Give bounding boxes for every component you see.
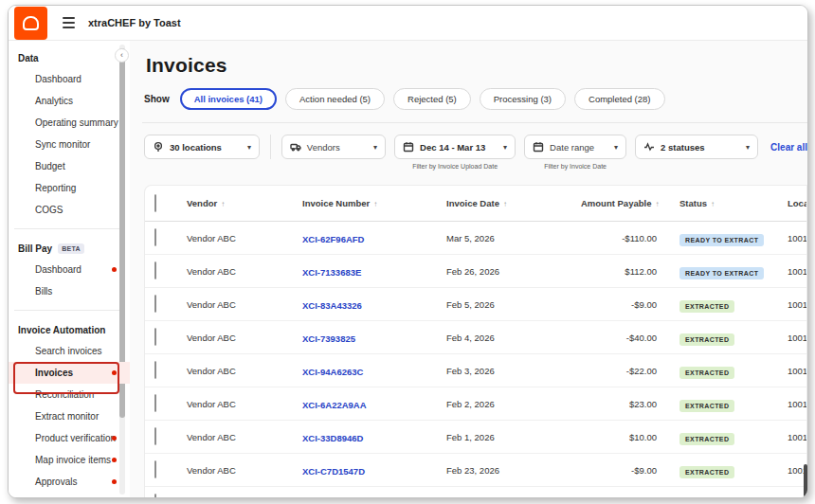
sidebar-item-operating-summary[interactable]: Operating summary — [9, 112, 130, 134]
invoice-date-cell: Feb 3, 2026 — [446, 366, 581, 376]
invoice-date-cell: Feb 1, 2026 — [446, 432, 581, 442]
table-row[interactable]: Vendor ABC XCI-C7D1547D Feb 23, 2026 -$9… — [145, 454, 806, 487]
header-label: Status — [679, 198, 707, 208]
tab-all-invoices[interactable]: All invoices (41) — [180, 88, 277, 110]
header-amount-payable[interactable]: Amount Payable↑ — [581, 198, 657, 208]
sidebar-item-sync-monitor[interactable]: Sync monitor — [9, 134, 130, 155]
header-invoice-date[interactable]: Invoice Date↑ — [446, 198, 581, 208]
main-content: Invoices Show All invoices (41) Action n… — [130, 41, 807, 498]
amount-payable-cell: -$40.00 — [581, 333, 657, 343]
row-checkbox[interactable] — [154, 394, 156, 412]
tab-action-needed[interactable]: Action needed (5) — [285, 88, 385, 110]
statuses-dropdown[interactable]: 2 statuses ▾ — [635, 135, 758, 159]
invoice-number-link[interactable]: XCI-62F96AFD — [302, 234, 364, 244]
chevron-down-icon: ▾ — [364, 143, 377, 152]
filter-row: 30 locations ▾ Vendors ▾ — [144, 135, 807, 170]
app-title: xtraCHEF by Toast — [88, 17, 181, 28]
sidebar-item-invoices[interactable]: Invoices — [9, 362, 130, 384]
table-row[interactable]: Vendor ABC XCI-94A6263C Feb 3, 2026 -$22… — [145, 354, 806, 387]
locations-value: 30 locations — [170, 142, 222, 153]
sort-asc-icon: ↑ — [221, 200, 225, 208]
vendor-cell: Vendor ABC — [187, 366, 302, 376]
row-checkbox[interactable] — [154, 361, 156, 379]
row-checkbox[interactable] — [154, 295, 156, 313]
chevron-down-icon: ▾ — [238, 143, 251, 152]
table-row[interactable]: Vendor ABC XCI-7133683E Feb 26, 2026 $11… — [145, 255, 806, 288]
tab-processing[interactable]: Processing (3) — [480, 88, 566, 110]
toast-logo-icon — [23, 16, 39, 30]
header-vendor[interactable]: Vendor↑ — [187, 198, 302, 208]
chevron-down-icon: ▾ — [494, 143, 507, 152]
sidebar-item-statements[interactable]: Statements — [9, 493, 130, 498]
invoice-number-link[interactable]: XCI-94A6263C — [302, 367, 363, 377]
row-checkbox[interactable] — [154, 494, 156, 498]
status-badge: EXTRACTED — [679, 367, 734, 379]
tab-rejected[interactable]: Rejected (5) — [393, 88, 471, 110]
table-row[interactable]: Vendor ABC XCI-373A41BE Feb 19, 2026 -$1… — [145, 487, 806, 498]
row-checkbox[interactable] — [154, 228, 156, 246]
table-row[interactable]: Vendor ABC XCI-33D8946D Feb 1, 2026 $10.… — [145, 421, 806, 454]
sidebar-collapse-button[interactable]: ‹ — [115, 48, 129, 63]
invoice-number-link[interactable]: XCI-7133683E — [302, 267, 361, 278]
vendors-value: Vendors — [307, 142, 340, 153]
header-status[interactable]: Status↑ — [657, 198, 788, 208]
sidebar-item-cogs[interactable]: COGS — [9, 199, 130, 221]
row-checkbox[interactable] — [154, 427, 156, 445]
table-row[interactable]: Vendor ABC XCI-6A22A9AA Feb 2, 2026 $23.… — [145, 387, 806, 421]
amount-payable-cell: $23.00 — [581, 399, 657, 409]
table-row[interactable]: Vendor ABC XCI-7393825 Feb 4, 2026 -$40.… — [145, 321, 806, 354]
invoice-number-link[interactable]: XCI-C7D1547D — [302, 466, 365, 477]
header-label: Invoice Date — [446, 198, 499, 208]
header-invoice-number[interactable]: Invoice Number↑ — [302, 198, 446, 208]
upload-date-value: Dec 14 - Mar 13 — [420, 142, 485, 153]
sidebar-item-analytics[interactable]: Analytics — [9, 90, 130, 112]
sidebar-item-label: Product verification — [35, 433, 116, 443]
table-scrollbar-thumb[interactable] — [804, 464, 807, 498]
hamburger-menu-icon[interactable] — [63, 17, 75, 28]
status-badge: EXTRACTED — [679, 300, 734, 313]
notification-dot-icon — [112, 267, 117, 272]
table-row[interactable]: Vendor ABC XCI-62F96AFD Mar 5, 2026 -$11… — [145, 222, 806, 255]
sidebar-item-budget[interactable]: Budget — [9, 155, 130, 177]
sidebar-item-bills[interactable]: Bills — [9, 280, 130, 302]
select-all-checkbox[interactable] — [154, 194, 156, 212]
toast-logo[interactable] — [14, 7, 47, 40]
sidebar-item-product-verification[interactable]: Product verification — [9, 427, 130, 449]
sort-asc-icon: ↑ — [503, 200, 507, 208]
row-checkbox[interactable] — [154, 261, 156, 279]
invoice-date-cell: Feb 19, 2026 — [446, 498, 581, 499]
invoice-date-cell: Feb 26, 2026 — [446, 266, 581, 277]
invoice-number-link[interactable]: XCI-33D8946D — [302, 433, 363, 443]
filter-separator — [270, 135, 271, 159]
sidebar-item-dashboard[interactable]: Dashboard — [9, 68, 130, 90]
invoice-date-dropdown[interactable]: Date range ▾ — [524, 135, 626, 159]
upload-date-dropdown[interactable]: Dec 14 - Mar 13 ▾ — [394, 135, 516, 159]
notification-dot-icon — [112, 458, 117, 462]
sidebar-item-approvals[interactable]: Approvals — [9, 471, 130, 493]
sort-asc-icon: ↑ — [711, 200, 715, 208]
sidebar-item-billpay-dashboard[interactable]: Dashboard — [9, 259, 130, 280]
show-filter-tabs: Show All invoices (41) Action needed (5)… — [144, 88, 807, 110]
sort-asc-icon: ↑ — [373, 200, 377, 208]
row-checkbox[interactable] — [154, 460, 156, 478]
sidebar-item-reconciliation[interactable]: Reconciliation — [9, 384, 130, 405]
header-location[interactable]: Location↑ — [788, 198, 806, 208]
invoice-number-link[interactable]: XCI-7393825 — [302, 333, 355, 344]
status-badge: READY TO EXTRACT — [679, 234, 764, 246]
invoice-number-link[interactable]: XCI-6A22A9AA — [302, 400, 367, 410]
notification-dot-icon — [112, 436, 117, 441]
vendors-dropdown[interactable]: Vendors ▾ — [281, 135, 386, 159]
statuses-value: 2 statuses — [661, 142, 704, 153]
invoice-number-link[interactable]: XCI-83A43326 — [302, 300, 362, 311]
sidebar-item-search-invoices[interactable]: Search invoices — [9, 340, 130, 362]
header-label: Location — [788, 198, 806, 208]
tab-completed[interactable]: Completed (28) — [574, 88, 664, 110]
locations-dropdown[interactable]: 30 locations ▾ — [144, 135, 260, 159]
clear-all-link[interactable]: Clear all — [770, 142, 807, 153]
table-row[interactable]: Vendor ABC XCI-83A43326 Feb 5, 2026 -$9.… — [145, 288, 806, 321]
sidebar-item-reporting[interactable]: Reporting — [9, 177, 130, 199]
vendor-cell: Vendor ABC — [187, 465, 302, 476]
sidebar-item-map-invoice-items[interactable]: Map invoice items — [9, 449, 130, 471]
row-checkbox[interactable] — [154, 328, 156, 346]
sidebar-item-extract-monitor[interactable]: Extract monitor — [9, 405, 130, 427]
